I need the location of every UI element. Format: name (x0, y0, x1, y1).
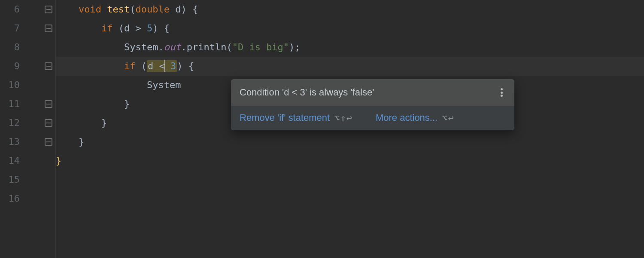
fold-toggle-icon[interactable] (45, 62, 52, 70)
inspection-popup: Condition 'd < 3' is always 'false' Remo… (231, 79, 514, 130)
string-literal: "D is big" (232, 42, 289, 52)
line-number: 6 (0, 0, 26, 19)
brace: { (192, 4, 198, 15)
brace: } (124, 98, 130, 109)
line-number: 8 (0, 38, 26, 57)
keyword: void (79, 4, 101, 15)
brace: { (188, 61, 194, 71)
code-editor[interactable]: 6 7 8 9 10 11 12 13 14 15 16 void test(d… (0, 0, 644, 258)
paren: ( (118, 23, 124, 34)
method-name: test (107, 4, 130, 15)
fold-toggle-icon[interactable] (45, 25, 52, 32)
fold-toggle-icon[interactable] (45, 119, 52, 127)
fold-toggle-icon[interactable] (45, 138, 52, 146)
code-text-area[interactable]: void test(double d) { if (d > 5) { Syste… (56, 0, 644, 258)
shortcut-hint: ⌥⇧↩ (334, 113, 352, 123)
line-number: 16 (0, 189, 26, 208)
code-line[interactable]: System.out.println("D is big"); (56, 38, 644, 57)
operator: > (130, 23, 147, 34)
fold-toggle-icon[interactable] (45, 6, 52, 13)
code-line[interactable] (56, 189, 644, 208)
paren: ) (152, 23, 158, 34)
field: out (164, 42, 181, 52)
code-line[interactable]: void test(double d) { (56, 0, 644, 19)
number: 5 (147, 23, 152, 34)
method-call: println (187, 42, 227, 52)
line-number: 9 (0, 57, 26, 76)
line-number-gutter: 6 7 8 9 10 11 12 13 14 15 16 (0, 0, 26, 258)
line-number: 13 (0, 132, 26, 151)
code-line[interactable]: } (56, 132, 644, 151)
class-ref: System (124, 42, 158, 52)
parameter: d (175, 4, 181, 15)
code-line-active[interactable]: if (d < 3) { (56, 57, 644, 76)
more-actions-link[interactable]: More actions... (376, 112, 437, 123)
keyword: if (124, 61, 136, 71)
brace: { (164, 23, 170, 34)
code-line[interactable] (56, 170, 644, 189)
brace: } (56, 155, 61, 166)
shortcut-hint: ⌥↩ (442, 113, 454, 123)
brace: } (79, 136, 84, 147)
remove-if-action[interactable]: Remove 'if' statement (240, 112, 330, 123)
operator: < (153, 61, 165, 71)
more-options-icon[interactable] (497, 87, 506, 98)
code-line[interactable]: } (56, 151, 644, 170)
variable: d (124, 23, 130, 34)
code-line[interactable]: if (d > 5) { (56, 19, 644, 38)
text-caret (164, 60, 165, 72)
number: 3 (170, 61, 176, 71)
line-number: 12 (0, 114, 26, 132)
fold-toggle-icon[interactable] (45, 100, 52, 108)
inspection-highlight[interactable]: d < 3 (147, 60, 177, 72)
line-number: 11 (0, 95, 26, 114)
line-number: 10 (0, 76, 26, 95)
line-number: 15 (0, 170, 26, 189)
line-number: 14 (0, 151, 26, 170)
line-number: 7 (0, 19, 26, 38)
keyword: if (101, 23, 113, 34)
inspection-message: Condition 'd < 3' is always 'false' (240, 87, 374, 98)
variable: d (148, 61, 153, 71)
type: double (135, 4, 169, 15)
brace: } (101, 117, 107, 128)
fold-gutter (26, 0, 56, 258)
class-ref: System (147, 80, 181, 90)
